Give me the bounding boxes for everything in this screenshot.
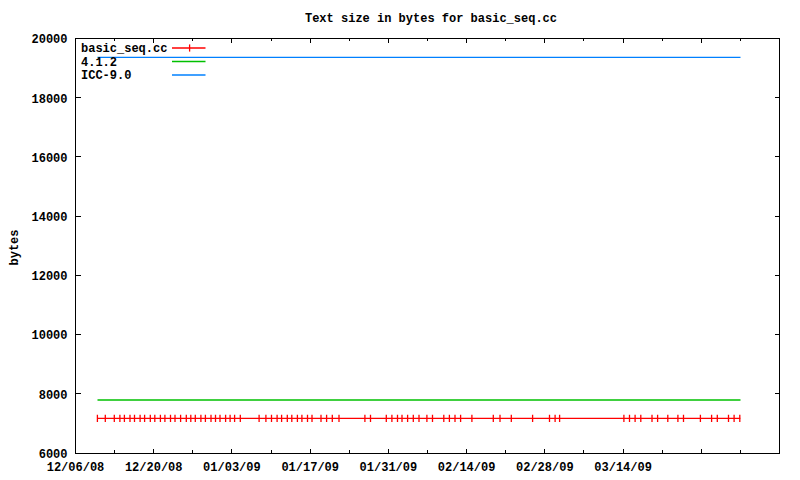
svg-text:16000: 16000: [31, 152, 67, 166]
svg-text:bytes: bytes: [8, 229, 22, 265]
svg-text:basic_seq.cc: basic_seq.cc: [81, 42, 167, 56]
svg-text:01/17/09: 01/17/09: [281, 461, 339, 475]
svg-text:02/14/09: 02/14/09: [438, 461, 496, 475]
svg-text:12/20/08: 12/20/08: [125, 461, 183, 475]
svg-text:18000: 18000: [31, 93, 67, 107]
svg-text:20000: 20000: [31, 33, 67, 47]
svg-text:ICC-9.0: ICC-9.0: [81, 69, 131, 83]
svg-text:02/28/09: 02/28/09: [516, 461, 574, 475]
svg-text:12000: 12000: [31, 270, 67, 284]
svg-text:01/31/09: 01/31/09: [360, 461, 418, 475]
svg-text:12/06/08: 12/06/08: [47, 461, 105, 475]
svg-text:03/14/09: 03/14/09: [594, 461, 652, 475]
svg-text:4.1.2: 4.1.2: [81, 56, 117, 70]
svg-text:14000: 14000: [31, 211, 67, 225]
svg-text:Text size in bytes for basic_s: Text size in bytes for basic_seq.cc: [305, 12, 557, 26]
svg-text:8000: 8000: [39, 389, 68, 403]
svg-text:01/03/09: 01/03/09: [203, 461, 261, 475]
svg-text:10000: 10000: [31, 329, 67, 343]
